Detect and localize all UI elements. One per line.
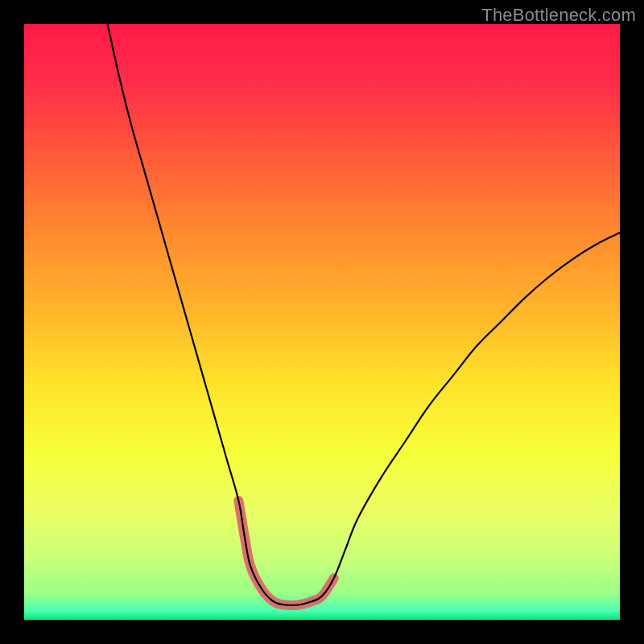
watermark-text: TheBottleneck.com [481,5,636,26]
chart-lines [24,24,620,620]
bottleneck-curve [108,24,620,605]
chart-frame: TheBottleneck.com [0,0,644,644]
optimal-zone-highlight [238,501,333,605]
plot-area [24,24,620,620]
